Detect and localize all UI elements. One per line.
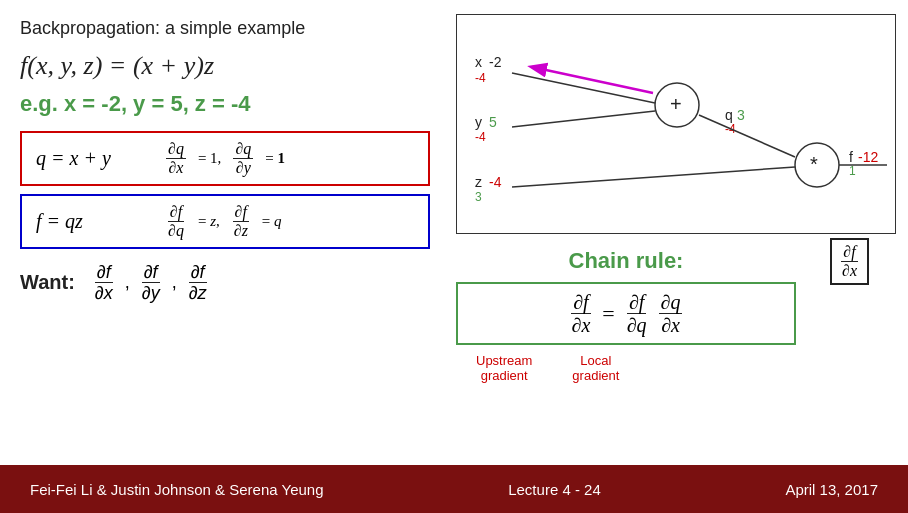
- svg-line-22: [699, 115, 795, 157]
- footer: Fei-Fei Li & Justin Johnson & Serena Yeu…: [0, 465, 908, 513]
- f-partials: ∂f ∂q = z, ∂f ∂z = q: [166, 204, 282, 239]
- want-label: Want:: [20, 271, 75, 294]
- svg-line-21: [512, 167, 795, 187]
- svg-text:-12: -12: [858, 149, 878, 165]
- red-equation-box: q = x + y ∂q ∂x = 1, ∂q ∂y = 1: [20, 131, 430, 186]
- q-partials: ∂q ∂x = 1, ∂q ∂y = 1: [166, 141, 285, 176]
- chain-equals: =: [602, 301, 614, 327]
- footer-date: April 13, 2017: [785, 481, 878, 498]
- left-panel: Backpropagation: a simple example f(x, y…: [0, 0, 450, 465]
- main-formula: f(x, y, z) = (x + y)z: [20, 51, 430, 81]
- example-text: e.g. x = -2, y = 5, z = -4: [20, 91, 430, 117]
- gradient-labels: Upstreamgradient Localgradient: [456, 353, 796, 383]
- want-df-dy: ∂f ∂y: [140, 263, 162, 302]
- right-panel: x -2 -4 y 5 -4 z -4 3 + * q 3: [450, 0, 908, 465]
- dfdx-float-box: ∂f ∂x: [830, 238, 869, 285]
- float-df-dx: ∂f ∂x: [840, 244, 859, 279]
- svg-text:z: z: [475, 174, 482, 190]
- svg-text:5: 5: [489, 114, 497, 130]
- want-df-dz: ∂f ∂z: [187, 263, 209, 302]
- chain-rule-section: Chain rule: ∂f ∂x = ∂f ∂q ∂q ∂x Upstream…: [456, 248, 796, 383]
- svg-text:3: 3: [737, 107, 745, 123]
- chain-rule-title: Chain rule:: [456, 248, 796, 274]
- diagram-svg: x -2 -4 y 5 -4 z -4 3 + * q 3: [457, 15, 897, 235]
- blue-equation-box: f = qz ∂f ∂q = z, ∂f ∂z = q: [20, 194, 430, 249]
- chain-dq-dx: ∂q ∂x: [659, 292, 683, 335]
- chain-rule-box: ∂f ∂x = ∂f ∂q ∂q ∂x: [456, 282, 796, 345]
- svg-text:-4: -4: [475, 71, 486, 85]
- svg-text:1: 1: [849, 164, 856, 178]
- chain-df-dx: ∂f ∂x: [570, 292, 593, 335]
- svg-text:-4: -4: [475, 130, 486, 144]
- svg-line-24: [532, 67, 653, 93]
- f-formula: f = qz: [36, 210, 136, 233]
- comma1: ,: [125, 272, 130, 293]
- want-df-dx: ∂f ∂x: [93, 263, 115, 302]
- svg-text:*: *: [810, 153, 818, 175]
- df-dz-frac: ∂f ∂z: [232, 204, 250, 239]
- svg-text:3: 3: [475, 190, 482, 204]
- equals-1: = 1,: [198, 150, 221, 167]
- svg-line-20: [512, 111, 655, 127]
- footer-authors: Fei-Fei Li & Justin Johnson & Serena Yeu…: [30, 481, 324, 498]
- svg-text:y: y: [475, 114, 482, 130]
- svg-text:-4: -4: [489, 174, 502, 190]
- svg-text:f: f: [849, 149, 853, 165]
- want-row: Want: ∂f ∂x , ∂f ∂y , ∂f ∂z: [20, 263, 430, 302]
- equals-z: = z,: [198, 213, 220, 230]
- comma2: ,: [172, 272, 177, 293]
- svg-text:q: q: [725, 107, 733, 123]
- dq-dx-frac: ∂q ∂x: [166, 141, 186, 176]
- local-gradient-label: Localgradient: [572, 353, 619, 383]
- footer-lecture: Lecture 4 - 24: [508, 481, 601, 498]
- upstream-gradient-label: Upstreamgradient: [476, 353, 532, 383]
- equals-1b: = 1: [265, 150, 285, 167]
- q-formula: q = x + y: [36, 147, 136, 170]
- slide-title: Backpropagation: a simple example: [20, 18, 430, 39]
- svg-text:-2: -2: [489, 54, 502, 70]
- dq-dy-frac: ∂q ∂y: [233, 141, 253, 176]
- df-dq-frac: ∂f ∂q: [166, 204, 186, 239]
- equals-q: = q: [262, 213, 282, 230]
- svg-text:+: +: [670, 93, 682, 115]
- chain-df-dq: ∂f ∂q: [625, 292, 649, 335]
- svg-text:x: x: [475, 54, 482, 70]
- diagram-box: x -2 -4 y 5 -4 z -4 3 + * q 3: [456, 14, 896, 234]
